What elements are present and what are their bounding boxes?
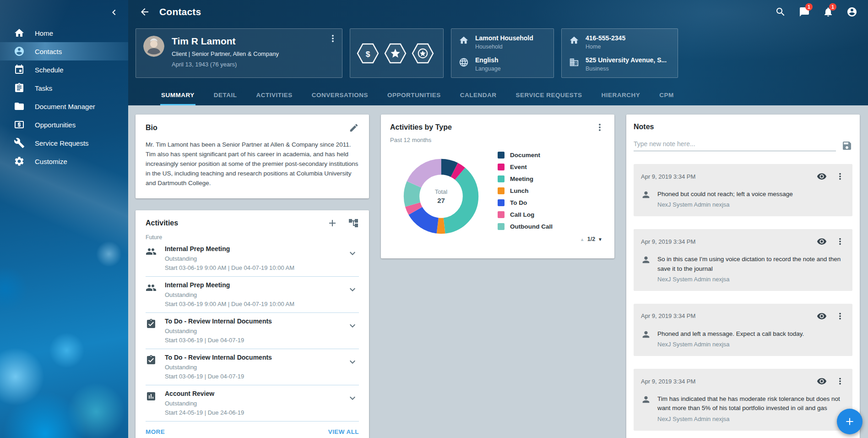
note-menu-button[interactable] xyxy=(835,171,845,181)
tab-bar: SUMMARY DETAIL ACTIVITIES CONVERSATIONS xyxy=(128,85,868,105)
view-all-button[interactable]: VIEW ALL xyxy=(328,428,359,435)
info-row[interactable]: Lamont Household Household xyxy=(459,34,546,50)
more-button[interactable]: MORE xyxy=(146,428,165,435)
dollar-badge-icon[interactable]: $ xyxy=(357,43,379,64)
activity-dates: Start 03-06-19 9:00 AM | Due 04-07-19 10… xyxy=(165,264,294,271)
search-button[interactable] xyxy=(771,2,790,22)
notes-card: Notes Apr 9, 2019 3:34 PM xyxy=(626,115,860,438)
legend-item[interactable]: Lunch xyxy=(498,185,602,197)
view-note-button[interactable] xyxy=(817,376,827,386)
messages-badge: 1 xyxy=(805,3,813,11)
info-row[interactable]: 416-555-2345 Home xyxy=(569,34,670,50)
info-texts: English Language xyxy=(475,56,501,72)
expand-activity-button[interactable] xyxy=(347,320,358,331)
tab[interactable]: OPPORTUNITIES xyxy=(386,85,442,105)
edit-bio-button[interactable] xyxy=(349,123,359,133)
notes-title: Notes xyxy=(634,123,852,131)
sidebar-item[interactable]: Tasks xyxy=(0,79,128,97)
view-note-button[interactable] xyxy=(817,236,827,246)
tab[interactable]: DETAIL xyxy=(213,85,238,105)
save-note-button[interactable] xyxy=(841,140,852,151)
note-item[interactable]: Apr 9, 2019 3:34 PM xyxy=(634,229,852,291)
account-button[interactable] xyxy=(842,2,862,22)
edit-icon xyxy=(349,123,359,133)
expand-activity-button[interactable] xyxy=(347,248,358,259)
sidebar-item-label: Contacts xyxy=(35,48,62,55)
contact-menu-button[interactable] xyxy=(327,33,339,44)
info-texts: 416-555-2345 Home xyxy=(586,34,625,50)
expand-activity-button[interactable] xyxy=(347,284,358,295)
tab[interactable]: CALENDAR xyxy=(459,85,498,105)
chevron-down-icon xyxy=(347,320,358,331)
note-date: Apr 9, 2019 3:34 PM xyxy=(641,378,695,385)
tab-label: CPM xyxy=(659,92,674,99)
tab[interactable]: SERVICE REQUESTS xyxy=(515,85,583,105)
add-fab-button[interactable] xyxy=(837,409,863,434)
note-text: Phoned and left a message. Expect a call… xyxy=(657,329,804,339)
back-button[interactable] xyxy=(136,3,154,21)
activity-row[interactable]: Internal Prep Meeting Outstanding Start … xyxy=(146,277,359,313)
note-menu-button[interactable] xyxy=(835,236,845,246)
activity-hierarchy-button[interactable] xyxy=(348,218,359,229)
sidebar-item[interactable]: Home xyxy=(0,24,128,42)
note-item[interactable]: Apr 9, 2019 3:34 PM xyxy=(634,369,852,431)
star-badge-icon[interactable] xyxy=(384,43,407,64)
note-menu-button[interactable] xyxy=(835,311,845,321)
legend-item[interactable]: Document xyxy=(498,149,602,161)
legend-item[interactable]: Call Log xyxy=(498,208,602,220)
activity-row[interactable]: Account Review Outstanding Start 24-05-1… xyxy=(146,385,359,422)
legend-page-down-icon[interactable]: ▼ xyxy=(598,237,602,242)
topbar-actions: 1 1 xyxy=(771,2,862,22)
sidebar-item[interactable]: Contacts xyxy=(0,42,128,60)
info-value: Lamont Household xyxy=(475,34,533,42)
legend-item[interactable]: Event xyxy=(498,161,602,173)
legend-item[interactable]: Outbound Call xyxy=(498,220,602,232)
activity-type-icon xyxy=(146,318,157,329)
activity-row[interactable]: To Do - Review Internal Documents Outsta… xyxy=(146,349,359,385)
new-note-input[interactable] xyxy=(634,137,836,151)
sidebar-item[interactable]: Schedule xyxy=(0,60,128,79)
note-menu-button[interactable] xyxy=(835,376,845,386)
note-author: NexJ System Admin nexjsa xyxy=(657,341,804,348)
tab[interactable]: CPM xyxy=(658,85,675,105)
legend-swatch xyxy=(498,199,505,206)
note-item[interactable]: Apr 9, 2019 3:34 PM xyxy=(634,164,852,216)
bio-title: Bio xyxy=(146,124,157,132)
tab[interactable]: HIERARCHY xyxy=(601,85,641,105)
info-texts: Lamont Household Household xyxy=(475,34,533,50)
tab[interactable]: SUMMARY xyxy=(160,85,195,105)
award-badge-icon[interactable] xyxy=(412,43,434,64)
sidebar-item[interactable]: Service Requests xyxy=(0,134,128,152)
activity-status: Outstanding xyxy=(165,400,244,407)
sidebar-item[interactable]: Document Manager xyxy=(0,97,128,115)
chart-menu-button[interactable] xyxy=(594,122,605,133)
view-note-button[interactable] xyxy=(817,171,827,181)
view-note-button[interactable] xyxy=(817,311,827,321)
eye-icon xyxy=(817,376,827,386)
main-area: Contacts 1 1 xyxy=(128,0,868,438)
sidebar-nav: Home Contacts Schedule Tasks xyxy=(0,0,128,170)
chevron-down-icon xyxy=(347,356,358,367)
tab[interactable]: CONVERSATIONS xyxy=(311,85,369,105)
note-item[interactable]: Apr 9, 2019 3:34 PM xyxy=(634,304,852,356)
activity-row[interactable]: Internal Prep Meeting Outstanding Start … xyxy=(146,241,359,277)
info-row[interactable]: 525 University Avenue, S... Business xyxy=(569,56,670,72)
legend-item[interactable]: To Do xyxy=(498,197,602,208)
tab[interactable]: ACTIVITIES xyxy=(255,85,293,105)
activity-row[interactable]: To Do - Review Internal Documents Outsta… xyxy=(146,313,359,349)
sidebar-item[interactable]: Opportunities xyxy=(0,115,128,134)
expand-activity-button[interactable] xyxy=(347,356,358,367)
sidebar-item[interactable]: Customize xyxy=(0,152,128,170)
add-activity-button[interactable] xyxy=(327,218,338,229)
info-row[interactable]: English Language xyxy=(459,56,546,72)
legend-item[interactable]: Meeting xyxy=(498,173,602,185)
notifications-button[interactable]: 1 xyxy=(819,2,838,22)
note-text: So in this case I'm using voice dictatio… xyxy=(657,255,845,274)
collapse-sidebar-button[interactable] xyxy=(106,5,122,20)
messages-button[interactable]: 1 xyxy=(795,2,814,22)
legend-page-up-icon[interactable]: ▲ xyxy=(580,237,585,242)
expand-activity-button[interactable] xyxy=(347,393,358,404)
chevron-down-icon xyxy=(347,393,358,404)
bio-text: Mr. Tim Lamont has been a Senior Partner… xyxy=(146,140,359,188)
activity-dates: Start 03-06-19 | Due 04-07-19 xyxy=(165,373,272,380)
